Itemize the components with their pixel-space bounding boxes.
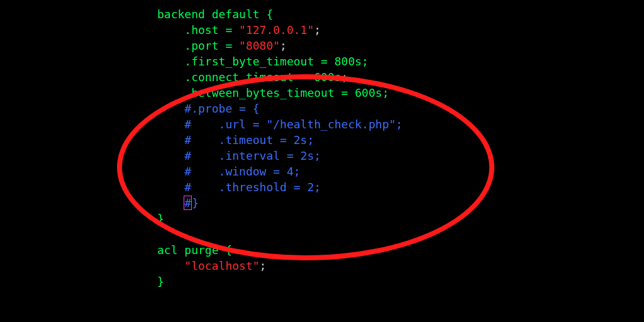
- line-first-byte-timeout: .first_byte_timeout = 800s;: [157, 55, 369, 68]
- line-comment-interval: # .interval = 2s;: [157, 149, 321, 162]
- line-comment-probe-open: #.probe = {: [157, 102, 260, 115]
- line-localhost: "localhost";: [157, 259, 266, 272]
- line-comment-threshold: # .threshold = 2;: [157, 180, 321, 194]
- line-between-bytes-timeout: .between_bytes_timeout = 600s;: [157, 86, 389, 99]
- line-backend-default: backend default {: [157, 8, 273, 21]
- line-comment-probe-close: #}: [157, 196, 199, 209]
- line-comment-url: # .url = "/health_check.php";: [157, 118, 402, 131]
- line-acl-open: acl purge {: [157, 243, 232, 257]
- line-comment-timeout: # .timeout = 2s;: [157, 133, 314, 147]
- line-connect-timeout: .connect_timeout = 600s;: [157, 70, 348, 84]
- code-block: backend default { .host = "127.0.0.1"; .…: [0, 0, 402, 289]
- line-host: .host = "127.0.0.1";: [157, 23, 321, 36]
- cursor-icon: #: [184, 196, 192, 210]
- line-comment-window: # .window = 4;: [157, 165, 301, 178]
- line-acl-close: }: [157, 275, 164, 288]
- line-port: .port = "8080";: [157, 39, 287, 52]
- terminal-editor[interactable]: backend default { .host = "127.0.0.1"; .…: [0, 0, 644, 322]
- line-backend-close: }: [157, 212, 164, 225]
